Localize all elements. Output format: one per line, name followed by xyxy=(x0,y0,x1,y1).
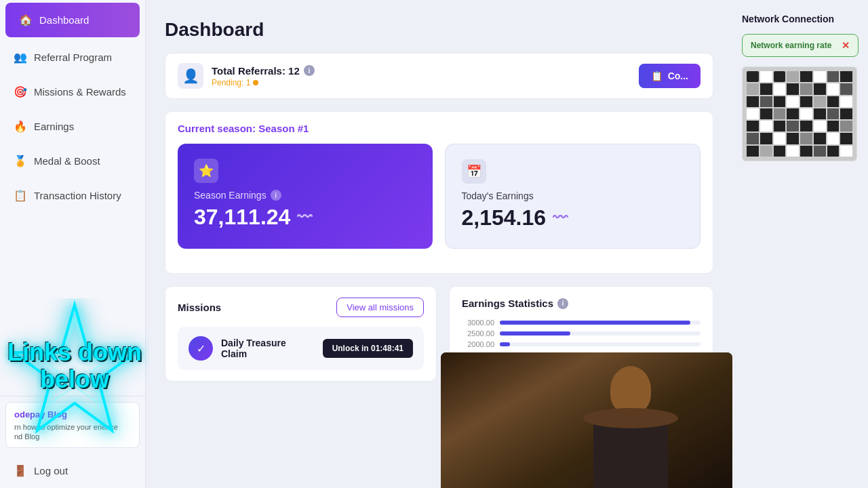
bar-fill-1 xyxy=(500,321,690,325)
sidebar-item-missions[interactable]: 🎯 Missions & Rewards xyxy=(0,75,145,109)
bar-label-3: 2000.00 xyxy=(462,340,494,348)
referral-title: Total Referrals: 12 i xyxy=(212,65,315,77)
blog-title: odepay Blog xyxy=(14,409,131,420)
referral-text: Total Referrals: 12 i Pending: 1 xyxy=(212,65,315,87)
view-all-missions-button[interactable]: View all missions xyxy=(336,298,424,317)
mission-info: Daily Treasure Claim xyxy=(221,338,315,359)
qr-code xyxy=(742,66,857,161)
video-background xyxy=(441,352,732,488)
video-overlay xyxy=(441,352,732,488)
network-rate-button[interactable]: Network earning rate ✕ xyxy=(742,34,859,57)
today-earnings-value: 2,154.16 〰 xyxy=(462,205,684,230)
medal-icon: 🏅 xyxy=(14,155,27,167)
wave-icon-1: 〰 xyxy=(297,209,312,226)
unlock-button[interactable]: Unlock in 01:48:41 xyxy=(323,339,413,358)
sidebar-item-dashboard[interactable]: 🏠 Dashboard xyxy=(5,3,140,37)
sidebar-item-referral[interactable]: 👥 Referral Program xyxy=(0,40,145,75)
dashboard-icon: 🏠 xyxy=(19,14,33,26)
bar-label-2: 2500.00 xyxy=(462,329,494,338)
bar-fill-2 xyxy=(500,331,570,336)
copy-button[interactable]: 📋 Co... xyxy=(639,64,701,88)
copy-icon: 📋 xyxy=(651,70,663,81)
bar-row-3: 2000.00 xyxy=(462,340,701,348)
today-earnings-label: Today's Earnings xyxy=(462,190,684,201)
bar-row-2: 2500.00 xyxy=(462,329,701,338)
earnings-info-icon: i xyxy=(557,298,568,309)
person-shoulders xyxy=(583,408,678,428)
page-title: Dashboard xyxy=(165,19,713,41)
referral-avatar: 👤 xyxy=(178,63,203,89)
season-info-icon: i xyxy=(271,190,281,201)
season-earnings-value: 37,111.24 〰 xyxy=(194,205,416,230)
sidebar-item-logout[interactable]: 🚪 Log out xyxy=(0,453,145,488)
network-title: Network Connection xyxy=(742,14,859,24)
season-section: Current season: Season #1 ⭐ Season Earni… xyxy=(165,111,713,274)
blog-description: rn how to optimize your erience xyxy=(14,422,131,432)
mission-item: ✓ Daily Treasure Claim Unlock in 01:48:4… xyxy=(178,327,424,370)
missions-header: Missions View all missions xyxy=(178,298,424,317)
sidebar-item-transaction[interactable]: 📋 Transaction History xyxy=(0,178,145,213)
referral-icon: 👥 xyxy=(14,51,27,64)
sidebar-bottom: odepay Blog rn how to optimize your erie… xyxy=(0,396,145,488)
info-icon: i xyxy=(304,65,315,76)
sidebar-item-medal[interactable]: 🏅 Medal & Boost xyxy=(0,144,145,178)
earnings-icon: 🔥 xyxy=(14,120,27,133)
transaction-icon: 📋 xyxy=(14,189,27,202)
referral-bar: 👤 Total Referrals: 12 i Pending: 1 📋 Co.… xyxy=(165,53,713,99)
season-earnings-label: Season Earnings i xyxy=(194,190,416,201)
missions-icon: 🎯 xyxy=(14,85,27,98)
current-season-label: Current season: Season #1 xyxy=(178,123,701,134)
missions-card: Missions View all missions ✓ Daily Treas… xyxy=(165,286,437,382)
missions-title: Missions xyxy=(178,302,221,313)
bar-track-1 xyxy=(500,321,701,325)
bar-fill-3 xyxy=(500,342,510,346)
logout-icon: 🚪 xyxy=(14,464,27,477)
season-star-icon: ⭐ xyxy=(194,159,218,183)
right-panel: Network Connection Network earning rate … xyxy=(732,0,868,488)
mission-name: Daily Treasure Claim xyxy=(221,338,315,359)
blog-link[interactable]: nd Blog xyxy=(14,432,131,441)
wave-icon-2: 〰 xyxy=(553,209,568,227)
season-earnings-card: ⭐ Season Earnings i 37,111.24 〰 xyxy=(178,144,433,249)
referral-info: 👤 Total Referrals: 12 i Pending: 1 xyxy=(178,63,315,89)
today-earnings-card: 📅 Today's Earnings 2,154.16 〰 xyxy=(445,144,701,249)
mission-coin-icon: ✓ xyxy=(189,336,213,361)
season-row: ⭐ Season Earnings i 37,111.24 〰 📅 Today'… xyxy=(178,144,701,249)
bar-track-2 xyxy=(500,331,701,336)
person-head xyxy=(610,366,651,413)
sidebar-item-earnings[interactable]: 🔥 Earnings xyxy=(0,109,145,144)
bar-label-1: 3000.00 xyxy=(462,319,494,327)
bar-row-1: 3000.00 xyxy=(462,319,701,327)
x-icon: ✕ xyxy=(842,40,850,51)
bar-track-3 xyxy=(500,342,701,346)
bar-chart: 3000.00 2500.00 2000.00 xyxy=(462,319,701,348)
calendar-icon: 📅 xyxy=(462,159,486,184)
earnings-stats-title: Earnings Statistics i xyxy=(462,298,701,309)
sidebar: 🏠 Dashboard 👥 Referral Program 🎯 Mission… xyxy=(0,0,146,488)
pending-dot xyxy=(253,80,258,85)
referral-pending: Pending: 1 xyxy=(212,78,315,87)
